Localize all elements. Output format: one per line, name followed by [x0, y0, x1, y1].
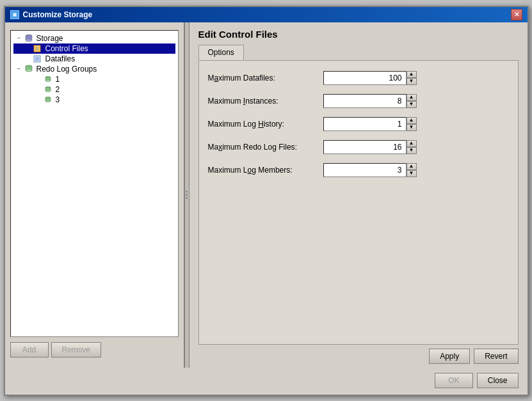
control-files-icon	[33, 44, 43, 53]
max-instances-up[interactable]: ▲	[407, 94, 417, 101]
svg-rect-0	[12, 12, 17, 17]
divider-handle	[186, 191, 188, 199]
tab-options[interactable]: Options	[198, 45, 244, 60]
max-log-history-spinner-buttons: ▲ ▼	[407, 117, 417, 131]
storage-icon	[24, 34, 34, 43]
max-log-members-spinner: ▲ ▼	[323, 163, 417, 177]
svg-point-22	[45, 90, 51, 91]
expand-control-icon	[24, 44, 33, 53]
tree-item-group-3[interactable]: 3	[13, 95, 175, 105]
max-instances-spinner: ▲ ▼	[323, 94, 417, 108]
max-instances-input[interactable]	[323, 94, 407, 108]
max-log-history-up[interactable]: ▲	[407, 117, 417, 124]
max-datafiles-row: Maximum Datafiles: ▲ ▼	[208, 71, 509, 85]
divider-dot-3	[186, 197, 188, 199]
svg-point-19	[45, 79, 51, 81]
tree-item-redo-log-groups[interactable]: − Redo Log Groups	[13, 64, 175, 74]
title-bar: Customize Storage ✕	[5, 7, 528, 22]
svg-point-16	[26, 69, 32, 72]
dialog-title: Customize Storage	[23, 10, 93, 19]
expand-storage-icon: −	[15, 34, 24, 43]
close-title-button[interactable]: ✕	[511, 9, 522, 20]
section-title: Edit Control Files	[198, 29, 519, 40]
redo-log-groups-icon	[24, 65, 34, 74]
expand-group2-icon	[34, 85, 43, 94]
tree-item-control-files[interactable]: Control Files	[13, 43, 175, 54]
dialog-body: − Storage	[5, 22, 528, 368]
max-log-history-row: Maximum Log History: ▲ ▼	[208, 117, 509, 131]
max-datafiles-spinner-buttons: ▲ ▼	[407, 71, 417, 85]
tree-item-group-1[interactable]: 1	[13, 74, 175, 84]
tree-item-storage[interactable]: − Storage	[13, 33, 175, 43]
expand-redo-icon: −	[15, 65, 24, 74]
tree-area[interactable]: − Storage	[10, 30, 179, 337]
max-log-members-down[interactable]: ▼	[407, 170, 417, 177]
tree-label-datafiles: Datafiles	[45, 54, 76, 63]
divider-dot-1	[186, 191, 188, 193]
max-redo-log-files-down[interactable]: ▼	[407, 147, 417, 154]
max-datafiles-spinner: ▲ ▼	[323, 71, 417, 85]
remove-button[interactable]: Remove	[51, 342, 102, 358]
max-log-history-spinner: ▲ ▼	[323, 117, 417, 131]
max-redo-log-files-spinner: ▲ ▼	[323, 140, 417, 154]
expand-datafiles-icon	[24, 54, 33, 63]
right-panel: Edit Control Files Options Maximum Dataf…	[189, 22, 528, 368]
apply-button[interactable]: Apply	[429, 349, 470, 364]
max-redo-log-files-label: Maximum Redo Log Files:	[208, 143, 323, 152]
customize-storage-dialog: Customize Storage ✕ − Storage	[4, 6, 529, 396]
max-instances-row: Maximum Instances: ▲ ▼	[208, 94, 509, 108]
right-section: Edit Control Files Options Maximum Dataf…	[198, 29, 519, 368]
max-redo-log-files-spinner-buttons: ▲ ▼	[407, 140, 417, 154]
expand-group3-icon	[34, 95, 43, 104]
max-instances-down[interactable]: ▼	[407, 101, 417, 108]
max-datafiles-up[interactable]: ▲	[407, 71, 417, 78]
tree-label-group-1: 1	[56, 75, 60, 84]
tree-label-storage: Storage	[36, 34, 63, 43]
max-redo-log-files-input[interactable]	[323, 140, 407, 154]
max-datafiles-input[interactable]	[323, 71, 407, 85]
max-instances-label: Maximum Instances:	[208, 97, 323, 106]
tree-label-redo-log-groups: Redo Log Groups	[36, 65, 97, 74]
dialog-icon	[10, 10, 19, 19]
tree-bottom-buttons: Add Remove	[5, 340, 184, 363]
max-datafiles-down[interactable]: ▼	[407, 78, 417, 85]
max-log-members-up[interactable]: ▲	[407, 163, 417, 170]
tree-label-group-2: 2	[56, 85, 60, 94]
revert-button[interactable]: Revert	[474, 349, 518, 364]
max-datafiles-label: Maximum Datafiles:	[208, 74, 323, 83]
title-bar-left: Customize Storage	[10, 10, 93, 19]
expand-group1-icon	[34, 75, 43, 84]
panel-divider[interactable]	[184, 22, 189, 368]
tab-bar: Options	[198, 45, 519, 60]
max-log-members-label: Maximum Log Members:	[208, 166, 323, 175]
max-redo-log-files-up[interactable]: ▲	[407, 140, 417, 147]
datafiles-icon	[33, 54, 43, 63]
max-log-history-down[interactable]: ▼	[407, 124, 417, 131]
add-button[interactable]: Add	[10, 342, 49, 358]
max-log-history-label: Maximum Log History:	[208, 120, 323, 129]
tree-item-datafiles[interactable]: Datafiles	[13, 54, 175, 64]
tree-label-control-files: Control Files	[45, 44, 88, 53]
max-log-members-spinner-buttons: ▲ ▼	[407, 163, 417, 177]
group3-icon	[43, 95, 53, 104]
max-log-history-input[interactable]	[323, 117, 407, 131]
max-log-members-input[interactable]	[323, 163, 407, 177]
tree-label-group-3: 3	[56, 95, 60, 104]
ok-button[interactable]: OK	[435, 373, 473, 388]
tree-item-group-2[interactable]: 2	[13, 84, 175, 95]
dialog-footer: OK Close	[5, 368, 528, 395]
max-log-members-row: Maximum Log Members: ▲ ▼	[208, 163, 509, 177]
svg-point-5	[26, 39, 32, 42]
left-panel: − Storage	[5, 22, 184, 368]
apply-revert-row: Apply Revert	[198, 345, 519, 368]
group2-icon	[43, 85, 53, 94]
close-button[interactable]: Close	[477, 373, 519, 388]
max-instances-spinner-buttons: ▲ ▼	[407, 94, 417, 108]
svg-point-25	[45, 100, 51, 102]
tab-content: Maximum Datafiles: ▲ ▼ Maximum Instances…	[198, 60, 519, 345]
max-redo-log-files-row: Maximum Redo Log Files: ▲ ▼	[208, 140, 509, 154]
divider-dot-2	[186, 194, 188, 196]
group1-icon	[43, 75, 53, 84]
